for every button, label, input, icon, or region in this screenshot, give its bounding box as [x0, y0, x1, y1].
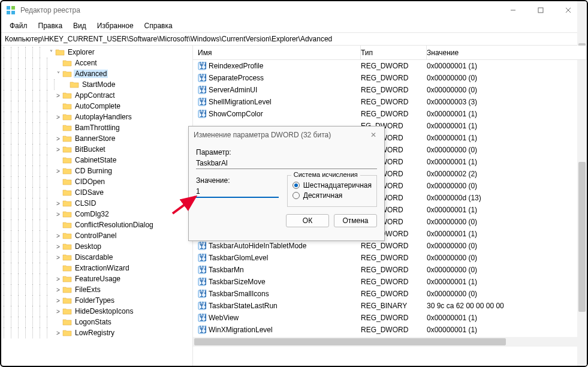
value-label: Значение: — [196, 176, 279, 185]
tree-item-lowregistry[interactable]: >LowRegistry — [1, 327, 192, 338]
svg-text:110: 110 — [200, 266, 206, 274]
menu-избранное[interactable]: Избранное — [92, 20, 138, 31]
address-bar[interactable]: Компьютер\HKEY_CURRENT_USER\Software\Mic… — [1, 32, 587, 46]
tree-item-extractionwizard[interactable]: ExtractionWizard — [1, 263, 192, 273]
list-scrollbar-h[interactable] — [193, 337, 587, 347]
tree-item-hidedesktopicons[interactable]: >HideDesktopIcons — [1, 306, 192, 317]
tree-item-discardable[interactable]: >Discardable — [1, 252, 192, 263]
chevron-icon[interactable]: > — [54, 233, 62, 239]
tree-item-explorer[interactable]: ˅Explorer — [1, 47, 192, 58]
tree-item-appcontract[interactable]: >AppContract — [1, 90, 192, 101]
value-row[interactable]: 011110ShowCompColorREG_DWORD0x00000001 (… — [193, 108, 587, 120]
svg-text:110: 110 — [200, 314, 206, 322]
svg-text:110: 110 — [200, 278, 206, 286]
tree-item-cidopen[interactable]: CIDOpen — [1, 176, 192, 187]
value-row[interactable]: 011110ReindexedProfileREG_DWORD0x0000000… — [193, 60, 587, 72]
radio-hex-icon — [293, 182, 300, 189]
tree-item-autoplayhandlers[interactable]: >AutoplayHandlers — [1, 112, 192, 122]
tree-item-bitbucket[interactable]: >BitBucket — [1, 144, 192, 155]
chevron-icon[interactable]: > — [54, 297, 62, 304]
param-label: Параметр: — [196, 148, 377, 157]
param-input[interactable] — [196, 158, 377, 169]
ok-button[interactable]: ОК — [286, 214, 329, 227]
tree-item-startmode[interactable]: StartMode — [1, 79, 192, 90]
base-legend: Система исчисления — [291, 171, 360, 178]
value-row[interactable]: 011110TaskbarSmallIconsREG_DWORD0x000000… — [193, 288, 587, 300]
tree-item-featureusage[interactable]: >FeatureUsage — [1, 273, 192, 284]
chevron-icon[interactable]: > — [54, 200, 62, 207]
window-title: Редактор реестра — [20, 6, 499, 14]
chevron-icon[interactable]: > — [54, 114, 62, 121]
svg-text:110: 110 — [200, 290, 206, 298]
tree-item-logonstats[interactable]: LogonStats — [1, 317, 192, 327]
svg-text:110: 110 — [200, 254, 206, 262]
svg-rect-2 — [7, 11, 10, 14]
value-row[interactable]: 011110TaskbarStateLastRunREG_BINARY30 9c… — [193, 300, 587, 312]
tree-item-cidsave[interactable]: CIDSave — [1, 187, 192, 198]
tree-item-fileexts[interactable]: >FileExts — [1, 284, 192, 295]
tree-item-clsid[interactable]: >CLSID — [1, 198, 192, 209]
col-name[interactable]: Имя — [193, 46, 361, 59]
titlebar: Редактор реестра — [1, 1, 587, 19]
maximize-button[interactable] — [527, 1, 554, 19]
col-value[interactable]: Значение — [427, 46, 587, 59]
dialog-close-button[interactable]: ✕ — [367, 131, 379, 139]
value-row[interactable]: 011110TaskbarMnREG_DWORD0x00000000 (0) — [193, 264, 587, 276]
col-type[interactable]: Тип — [361, 46, 427, 59]
tree-item-bamthrottling[interactable]: BamThrottling — [1, 122, 192, 133]
tree-item-bannerstore[interactable]: >BannerStore — [1, 133, 192, 144]
chevron-icon[interactable]: > — [54, 211, 62, 218]
tree-item-foldertypes[interactable]: >FolderTypes — [1, 295, 192, 306]
svg-text:110: 110 — [200, 302, 206, 310]
value-row[interactable]: 011110TaskbarGlomLevelREG_DWORD0x0000000… — [193, 252, 587, 264]
cancel-button[interactable]: Отмена — [334, 214, 377, 227]
list-scrollbar-v[interactable] — [577, 60, 587, 366]
value-row[interactable]: 011110SeparateProcessREG_DWORD0x00000000… — [193, 72, 587, 84]
chevron-icon[interactable]: > — [54, 146, 62, 153]
value-row[interactable]: 011110TaskbarSizeMoveREG_DWORD0x00000001… — [193, 276, 587, 288]
tree-pane[interactable]: ˅ExplorerAccent˅AdvancedStartMode>AppCon… — [1, 46, 193, 366]
tree-item-advanced[interactable]: ˅Advanced — [1, 68, 192, 79]
list-header: Имя Тип Значение — [193, 46, 587, 60]
chevron-icon[interactable]: > — [54, 168, 62, 175]
svg-text:110: 110 — [200, 74, 206, 82]
chevron-icon[interactable]: > — [54, 308, 62, 315]
value-input[interactable] — [196, 186, 279, 198]
tree-item-desktop[interactable]: >Desktop — [1, 241, 192, 252]
minimize-button[interactable] — [499, 1, 527, 19]
dialog-titlebar[interactable]: Изменение параметра DWORD (32 бита) ✕ — [189, 127, 384, 143]
menu-вид[interactable]: Вид — [68, 20, 91, 31]
tree-item-cd-burning[interactable]: >CD Burning — [1, 166, 192, 176]
menu-файл[interactable]: Файл — [5, 20, 32, 31]
tree-item-controlpanel[interactable]: >ControlPanel — [1, 230, 192, 241]
chevron-icon[interactable]: > — [54, 276, 62, 282]
tree-item-comdlg32[interactable]: >ComDlg32 — [1, 209, 192, 219]
chevron-icon[interactable]: > — [54, 92, 62, 99]
svg-text:110: 110 — [200, 86, 206, 94]
chevron-icon[interactable]: > — [54, 136, 62, 142]
svg-text:110: 110 — [200, 98, 206, 106]
value-row[interactable]: 011110WebViewREG_DWORD0x00000001 (1) — [193, 312, 587, 324]
chevron-icon[interactable]: ˅ — [54, 71, 62, 77]
dialog-title-text: Изменение параметра DWORD (32 бита) — [194, 131, 367, 139]
chevron-icon[interactable]: > — [54, 254, 62, 261]
chevron-icon[interactable]: ˅ — [47, 49, 55, 56]
value-row[interactable]: 011110ServerAdminUIREG_DWORD0x00000000 (… — [193, 84, 587, 96]
address-text: Компьютер\HKEY_CURRENT_USER\Software\Mic… — [5, 35, 332, 43]
tree-item-cabinetstate[interactable]: CabinetState — [1, 155, 192, 166]
chevron-icon[interactable]: > — [54, 330, 62, 336]
menu-правка[interactable]: Правка — [34, 20, 68, 31]
chevron-icon[interactable]: > — [54, 243, 62, 250]
menu-справка[interactable]: Справка — [140, 20, 177, 31]
value-row[interactable]: 011110ShellMigrationLevelREG_DWORD0x0000… — [193, 96, 587, 108]
tree-item-conflictresolutiondialog[interactable]: ConflictResolutionDialog — [1, 219, 192, 230]
tree-item-autocomplete[interactable]: AutoComplete — [1, 101, 192, 112]
radio-hex[interactable]: Шестнадцатеричная — [293, 181, 372, 189]
app-icon — [6, 5, 16, 15]
value-row[interactable]: 011110WinXMigrationLevelREG_DWORD0x00000… — [193, 324, 587, 336]
value-row[interactable]: 011110TaskbarAutoHideInTabletModeREG_DWO… — [193, 240, 587, 252]
svg-text:110: 110 — [200, 326, 206, 334]
tree-item-accent[interactable]: Accent — [1, 58, 192, 68]
chevron-icon[interactable]: > — [54, 287, 62, 293]
radio-dec[interactable]: Десятичная — [293, 191, 372, 200]
